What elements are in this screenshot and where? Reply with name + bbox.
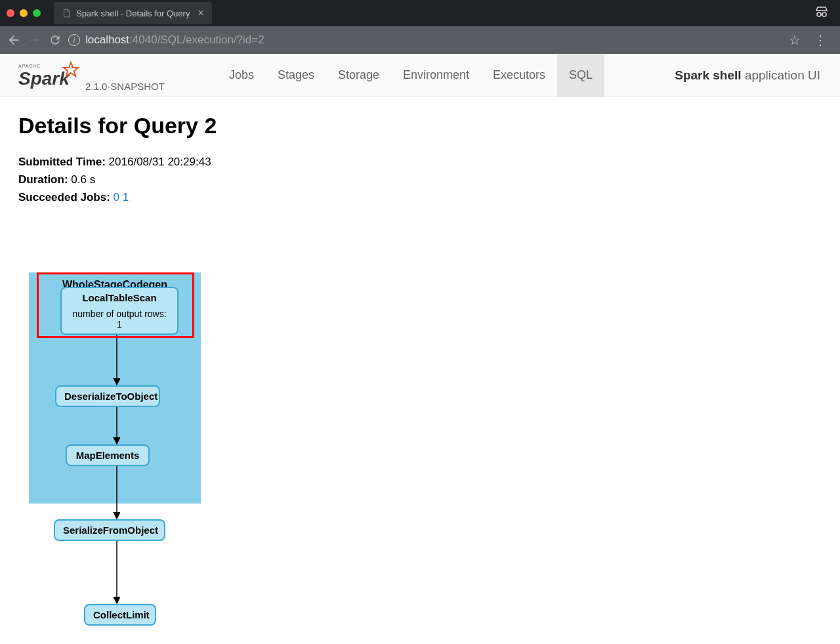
tab-close-button[interactable]: × [198, 7, 203, 19]
app-suffix: application UI [745, 68, 820, 82]
plan-node-deserialize[interactable]: DeserializeToObject [55, 385, 160, 407]
nav-tab-stages[interactable]: Stages [266, 54, 326, 97]
close-window-button[interactable] [7, 9, 14, 17]
job-link-1[interactable]: 1 [123, 191, 129, 204]
maximize-window-button[interactable] [33, 9, 41, 17]
nav-tab-jobs[interactable]: Jobs [217, 54, 266, 97]
nav-tab-executors[interactable]: Executors [481, 54, 557, 97]
highlight-box [37, 272, 194, 338]
svg-text:APACHE: APACHE [18, 64, 41, 68]
spark-header: APACHE Spark 2.1.0-SNAPSHOT Jobs Stages … [0, 54, 840, 97]
plan-node-collectlimit[interactable]: CollectLimit [84, 604, 156, 626]
incognito-icon [814, 4, 830, 22]
page-title: Details for Query 2 [18, 113, 822, 139]
back-button[interactable] [7, 33, 21, 47]
app-label: Spark shell application UI [675, 68, 840, 83]
url-box[interactable]: i localhost:4040/SQL/execution/?id=2 ☆ [68, 32, 801, 48]
url-path: :4040/SQL/execution/?id=2 [129, 33, 264, 46]
forward-button [28, 33, 42, 47]
nav-tab-storage[interactable]: Storage [326, 54, 391, 97]
bookmark-star-icon[interactable]: ☆ [789, 32, 801, 48]
svg-text:Spark: Spark [18, 68, 70, 89]
site-info-icon[interactable]: i [68, 34, 80, 46]
spark-logo[interactable]: APACHE Spark 2.1.0-SNAPSHOT [0, 58, 178, 92]
plan-node-serialize[interactable]: SerializeFromObject [54, 519, 165, 541]
svg-point-1 [822, 12, 826, 16]
duration-label: Duration: [18, 173, 68, 186]
browser-tab[interactable]: Spark shell - Details for Query × [54, 2, 212, 24]
submitted-value: 2016/08/31 20:29:43 [109, 156, 211, 168]
content: Details for Query 2 Submitted Time: 2016… [0, 97, 840, 644]
address-bar: i localhost:4040/SQL/execution/?id=2 ☆ ⋮ [0, 26, 840, 54]
plan-node-mapelements[interactable]: MapElements [66, 444, 150, 466]
nav-tabs: Jobs Stages Storage Environment Executor… [217, 54, 604, 97]
menu-button[interactable]: ⋮ [814, 32, 827, 48]
url-host: localhost [85, 33, 129, 46]
browser-chrome: Spark shell - Details for Query × i loca… [0, 0, 840, 54]
submitted-label: Submitted Time: [18, 156, 106, 168]
spark-logo-icon: APACHE Spark [18, 58, 81, 90]
window-controls [7, 9, 41, 17]
nav-tab-environment[interactable]: Environment [391, 54, 481, 97]
duration-value: 0.6 s [71, 173, 95, 186]
job-link-0[interactable]: 0 [114, 191, 119, 204]
reload-button[interactable] [49, 33, 62, 47]
minimize-window-button[interactable] [20, 9, 28, 17]
app-name: Spark shell [675, 68, 741, 82]
succeeded-label: Succeeded Jobs: [18, 191, 110, 204]
tab-title: Spark shell - Details for Query [76, 9, 190, 18]
spark-version: 2.1.0-SNAPSHOT [85, 81, 165, 92]
query-meta: Submitted Time: 2016/08/31 20:29:43 Dura… [18, 153, 822, 207]
tab-strip: Spark shell - Details for Query × [0, 0, 840, 26]
file-icon [62, 9, 71, 18]
svg-point-0 [817, 12, 821, 16]
plan-diagram: LocalTableScan number of output rows: 1 … [18, 272, 242, 640]
nav-tab-sql[interactable]: SQL [557, 54, 604, 97]
